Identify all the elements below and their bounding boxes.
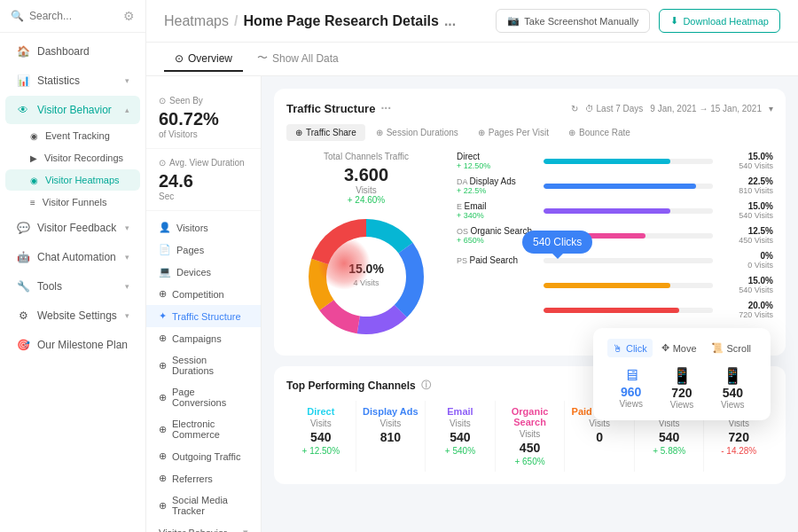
sidebar-item-label: Chat Automation	[37, 251, 118, 263]
sidebar-sub-visitor-funnels[interactable]: ≡ Visitor Funnels	[5, 192, 140, 213]
left-panel: ⊙ Seen By 60.72% of Visitors ⊙ Avg. View…	[146, 76, 262, 532]
total-visits: 3.600 Visits + 24.60%	[286, 165, 446, 205]
seen-by-value: 60.72%	[159, 109, 248, 129]
date-range-label: 9 Jan, 2021 → 15 Jan, 2021	[650, 104, 762, 113]
bar-stat-social: 20.0% 720 Visits	[720, 301, 773, 319]
bar-row-paid-search: PS Paid Search 0% 0 Visits	[457, 251, 773, 270]
sidebar-sub-event-tracking[interactable]: ◉ Event Tracking	[5, 125, 140, 146]
breadcrumb-separator: /	[234, 13, 238, 29]
take-screenshot-button[interactable]: 📷 Take Screenshot Manually	[496, 9, 650, 33]
last7days-label[interactable]: ⏱ Last 7 Days	[585, 104, 644, 113]
page-title: Heatmaps / Home Page Research Details ..…	[164, 13, 456, 29]
nav-visitors[interactable]: 👤 Visitors	[146, 216, 261, 239]
bar-stat-referrals: 15.0% 540 Visits	[720, 276, 773, 294]
sidebar-sub-visitor-heatmaps[interactable]: ◉ Visitor Heatmaps	[5, 169, 140, 191]
bar-track-paid-search	[544, 258, 713, 263]
nav-traffic-structure[interactable]: ✦ Traffic Structure	[146, 305, 261, 327]
tooltip-options: 🖱 Click ✥ Move 📜 Scroll	[606, 339, 758, 357]
sidebar-item-website-settings[interactable]: ⚙ Website Settings ▾	[5, 301, 140, 330]
sidebar-sub-label: Visitor Recordings	[44, 153, 123, 163]
bar-row-email: E Email + 340% 15.0% 540 Visits	[457, 201, 773, 220]
search-input[interactable]	[29, 10, 118, 22]
nav-competition[interactable]: ⊕ Competition	[146, 283, 261, 305]
ts-tab-session-durations[interactable]: ⊕ Session Durations	[367, 124, 467, 141]
more-options-icon[interactable]: ...	[444, 13, 456, 29]
download-icon: ⬇	[670, 15, 678, 27]
ts-tab-traffic-share[interactable]: ⊕ Traffic Share	[286, 124, 365, 141]
nav-ecommerce[interactable]: ⊕ Electronic Commerce	[146, 413, 261, 445]
tab-overview[interactable]: ⊙ Overview	[164, 47, 243, 72]
tooltip-click-option[interactable]: 🖱 Click	[607, 339, 653, 357]
refresh-icon[interactable]: ↻	[571, 104, 578, 113]
nav-visitor-behavior[interactable]: Visitor Behavior ▾	[146, 521, 261, 532]
sidebar-item-statistics[interactable]: 📊 Statistics ▾	[5, 66, 140, 95]
nav-devices[interactable]: 💻 Devices	[146, 261, 261, 283]
nav-pages[interactable]: 📄 Pages	[146, 239, 261, 261]
topbar: Heatmaps / Home Page Research Details ..…	[146, 0, 798, 43]
bar-fill-referrals	[544, 283, 670, 288]
nav-referrers[interactable]: ⊕ Referrers	[146, 467, 261, 489]
share-icon: ⊕	[295, 128, 302, 137]
sidebar-item-dashboard[interactable]: 🏠 Dashboard	[5, 37, 140, 66]
bar-stat-direct: 15.0% 540 Visits	[720, 152, 773, 170]
chevron-down-icon[interactable]: ▾	[769, 104, 773, 113]
pages-icon: 📄	[159, 244, 171, 255]
main-content: Heatmaps / Home Page Research Details ..…	[146, 0, 798, 532]
settings-icon: ⚙	[16, 309, 30, 323]
pages-icon: ⊕	[478, 128, 485, 137]
channel-direct: Direct Visits 540 + 12.50%	[286, 401, 356, 472]
statistics-icon: 📊	[16, 74, 30, 88]
sidebar-item-milestone[interactable]: 🎯 Our Milestone Plan	[5, 331, 140, 359]
info-icon[interactable]: ⓘ	[421, 379, 431, 392]
timer-icon: ⊙	[159, 158, 166, 168]
bar-stat-paid-search: 0% 0 Visits	[720, 251, 773, 270]
sidebar-nav: 🏠 Dashboard 📊 Statistics ▾ 👁 Visitor Beh…	[0, 33, 145, 364]
tooltip-val-scroll: 📱 540 Views	[721, 366, 745, 410]
seen-by-metric: ⊙ Seen By 60.72% of Visitors	[146, 87, 261, 149]
bar-fill-direct	[544, 159, 670, 164]
download-heatmap-button[interactable]: ⬇ Download Heatmap	[659, 9, 780, 33]
nav-page-conversions[interactable]: ⊕ Page Conversions	[146, 381, 261, 413]
sidebar-item-label: Tools	[37, 280, 118, 293]
chevron-down-icon: ▾	[125, 223, 129, 232]
nav-social-media[interactable]: ⊕ Social Media Tracker	[146, 489, 261, 521]
session-icon: ⊕	[376, 128, 383, 137]
chevron-down-icon: ▾	[243, 527, 248, 532]
sidebar-item-visitor-behavior[interactable]: 👁 Visitor Behavior ▴	[5, 96, 140, 124]
sidebar-item-tools[interactable]: 🔧 Tools ▾	[5, 272, 140, 301]
nav-campaigns[interactable]: ⊕ Campaigns	[146, 327, 261, 349]
click-bubble: 540 Clicks	[522, 231, 592, 254]
bar-label-display-ads: DA Display Ads + 22.5%	[457, 176, 536, 195]
clock-icon: ⏱	[585, 104, 594, 113]
sidebar-item-visitor-feedback[interactable]: 💬 Visitor Feedback ▾	[5, 214, 140, 242]
ts-tabs: ⊕ Traffic Share ⊕ Session Durations ⊕ Pa…	[286, 124, 773, 141]
milestone-icon: 🎯	[16, 338, 30, 352]
heatmaps-icon: ◉	[30, 176, 38, 185]
tooltip-scroll-option[interactable]: 📜 Scroll	[706, 339, 757, 357]
nav-outgoing-traffic[interactable]: ⊕ Outgoing Traffic	[146, 445, 261, 467]
sidebar-item-label: Visitor Feedback	[37, 222, 118, 234]
bar-track-referrals	[544, 283, 713, 288]
tab-show-all-data[interactable]: 〜 Show All Data	[246, 45, 349, 73]
bar-fill-display-ads	[544, 184, 696, 189]
ts-tab-pages-per-visit[interactable]: ⊕ Pages Per Visit	[469, 124, 558, 141]
sidebar-sub-visitor-recordings[interactable]: ▶ Visitor Recordings	[5, 147, 140, 168]
seen-by-sub: of Visitors	[159, 129, 248, 139]
breadcrumb: Heatmaps	[164, 13, 229, 29]
search-box[interactable]: 🔍 ⚙	[0, 0, 145, 33]
event-tracking-icon: ◉	[30, 131, 38, 141]
move-icon: ✥	[661, 342, 669, 354]
ts-more-icon[interactable]: ···	[380, 101, 391, 115]
donut-chart: 15.0% 4 Visits	[286, 210, 446, 343]
avg-duration-sub: Sec	[159, 192, 248, 201]
nav-session-durations[interactable]: ⊕ Session Durations	[146, 349, 261, 381]
chevron-down-icon: ▾	[125, 282, 129, 291]
chevron-down-icon: ▾	[125, 311, 129, 320]
settings-icon[interactable]: ⚙	[123, 9, 135, 23]
sidebar-item-chat-automation[interactable]: 🤖 Chat Automation ▾	[5, 243, 140, 271]
ts-tab-bounce-rate[interactable]: ⊕ Bounce Rate	[559, 124, 639, 141]
tools-icon: 🔧	[16, 279, 30, 293]
bar-track-social	[544, 308, 713, 313]
tooltip-move-option[interactable]: ✥ Move	[656, 339, 702, 357]
chevron-down-icon: ▾	[125, 76, 129, 85]
